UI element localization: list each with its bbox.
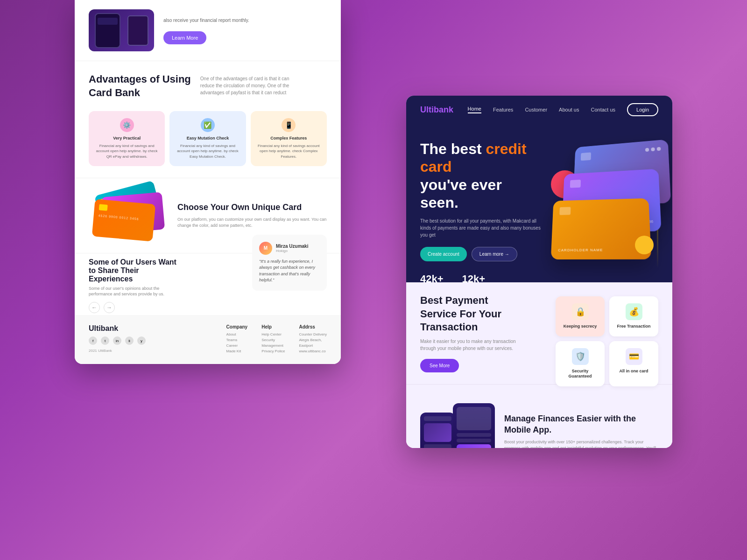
prev-arrow[interactable]: ←	[89, 302, 100, 313]
left-panel: also receive your financial report month…	[75, 0, 341, 364]
hero-subtitle: The best solution for all your payments,…	[420, 217, 542, 238]
linkedin-icon[interactable]: li	[125, 336, 134, 345]
nav-logo: Ultibank	[420, 105, 453, 115]
footer-link-website[interactable]: www.ultibanc.co	[299, 349, 327, 353]
next-arrow[interactable]: →	[104, 302, 115, 313]
footer-link-privacy[interactable]: Privacy Police	[261, 349, 285, 353]
footer-link-helpcenter[interactable]: Help Center	[261, 332, 285, 336]
adv-card-practical: ⚙️ Very Practical Financial any kind of …	[89, 111, 165, 166]
footer-link-teams[interactable]: Teams	[226, 338, 248, 342]
see-more-button[interactable]: See More	[420, 359, 459, 372]
hero-buttons: Create account Learn more →	[420, 247, 542, 261]
footer-logo: Ultibank	[89, 324, 212, 333]
youtube-icon[interactable]: y	[137, 336, 146, 345]
hc-top-1	[581, 147, 661, 161]
card-number-3: 4526 9900 0012 3456	[98, 214, 149, 222]
learn-more-button[interactable]: Learn More	[163, 31, 206, 44]
practical-title: Very Practical	[94, 136, 159, 140]
testimonial-info: Mirza Uzumaki Hokigo	[276, 244, 308, 253]
unique-title: Choose Your Own Unique Card	[177, 202, 327, 213]
cards-visual: 4526 8900 1234 5678 5588 1234 5678 9000 …	[89, 188, 168, 244]
free-transaction-label: Free Transaction	[615, 324, 653, 329]
credit-card-orange: 4526 9900 0012 3456	[92, 199, 155, 241]
feature-free-transaction: 💰 Free Transaction	[609, 296, 658, 336]
mutation-desc: Financial any kind of savings and accoun…	[175, 143, 240, 159]
footer-link-career[interactable]: Career	[226, 343, 248, 348]
users-title: Some of Our Users Want to Share Their Ex…	[89, 258, 182, 283]
dot1	[645, 148, 649, 152]
hc-chip-1	[581, 152, 591, 161]
nav-link-home[interactable]: Home	[468, 106, 481, 113]
hero-cards-visual: 4526 2361 5476 7658 JAMES APPLESEED 34/3…	[551, 133, 672, 273]
hc-top-3	[559, 205, 642, 215]
footer-col-company: Company About Teams Career Made Kit	[226, 324, 248, 355]
top-description-area: also receive your financial report month…	[163, 17, 249, 44]
login-button[interactable]: Login	[627, 103, 658, 116]
practical-icon: ⚙️	[120, 118, 134, 132]
top-desc-text: also receive your financial report month…	[163, 17, 249, 24]
stat-number-1: 42k+	[420, 273, 444, 282]
mobile-phones-visual	[420, 399, 495, 448]
mobile-desc: Boost your productivity with over 150+ p…	[504, 439, 658, 448]
testimonial-name: Mirza Uzumaki	[276, 244, 308, 249]
footer-link-management[interactable]: Management	[261, 343, 285, 348]
facebook-icon[interactable]: f	[89, 336, 97, 345]
address-col-title: Addrss	[299, 324, 327, 329]
keeping-secrecy-label: Keeping secrecy	[561, 324, 599, 329]
social-icons: f t in li y	[89, 336, 212, 345]
mobile-text: Manage Finances Easier with the Mobile A…	[504, 413, 658, 448]
phone-inner2	[127, 15, 148, 46]
instagram-icon[interactable]: in	[113, 336, 121, 345]
free-transaction-icon: 💰	[626, 303, 642, 320]
footer-link-courier[interactable]: Counter Delivery	[299, 332, 327, 336]
screen-row-2	[424, 444, 451, 448]
left-footer: Ultibank f t in li y 2021 UltiBank Compa…	[75, 315, 341, 364]
twitter-icon[interactable]: t	[101, 336, 109, 345]
testimonial-text: "It's a really fun experience, I always …	[259, 259, 320, 284]
feature-security-guaranteed: 🛡️ Security Guaranteed	[556, 341, 605, 386]
create-account-button[interactable]: Create account	[420, 247, 467, 261]
mutation-title: Easy Mutation Check	[175, 136, 240, 140]
hc-top-2	[570, 176, 652, 188]
advantages-text: Advantages of Using Card Bank	[89, 73, 191, 102]
footer-link-security[interactable]: Security	[261, 338, 285, 342]
help-col-title: Help	[261, 324, 285, 329]
top-section: also receive your financial report month…	[75, 0, 341, 61]
nav-link-features[interactable]: Features	[493, 107, 513, 112]
advantages-desc: One of the advantages of card is that it…	[200, 75, 294, 96]
testimonial-card: M Mirza Uzumaki Hokigo "It's a really fu…	[252, 235, 327, 291]
hc-holder: CARDHOLDER NAME	[558, 248, 603, 252]
stat-number-2: 12k+	[462, 273, 486, 282]
feature-keeping-secrecy: 🔒 Keeping secrecy	[556, 296, 605, 336]
footer-link-about[interactable]: About	[226, 332, 248, 336]
yellow-circle-deco	[635, 236, 654, 254]
testimonial-header: M Mirza Uzumaki Hokigo	[259, 242, 320, 255]
hc-dots-1	[645, 147, 661, 152]
footer-link-madekit[interactable]: Made Kit	[226, 349, 248, 353]
hc-chip-2	[570, 180, 581, 188]
footer-link-eastport[interactable]: Eastport	[299, 343, 327, 348]
dot3	[657, 147, 661, 151]
screen-btn	[457, 444, 491, 448]
phone-screen-2	[453, 403, 495, 448]
complex-icon: 📱	[282, 118, 296, 132]
hero-title: The best credit card you've ever seen.	[420, 140, 542, 212]
dot2	[651, 147, 655, 152]
nav-link-about[interactable]: About us	[559, 107, 579, 112]
advantages-section: Advantages of Using Card Bank One of the…	[75, 61, 341, 178]
payment-desc: Make it easier for you to make any trans…	[420, 338, 532, 352]
phone-mockup-visual	[89, 9, 154, 51]
learn-more-button-hero[interactable]: Learn more →	[472, 247, 517, 261]
payment-section: Best Payment Service For Your Transactio…	[406, 282, 672, 384]
all-in-one-label: All in one card	[615, 369, 653, 374]
hero-text: The best credit card you've ever seen. T…	[420, 140, 542, 282]
hero-stats: 42k+ Happy Active User 12k+ Years Experi…	[420, 273, 542, 282]
phone-screen-1	[420, 413, 455, 448]
footer-col-help: Help Help Center Security Management Pri…	[261, 324, 285, 355]
nav-link-customer[interactable]: Customer	[525, 107, 547, 112]
footer-link-beach[interactable]: Alegis Beach,	[299, 338, 327, 342]
nav-link-contact[interactable]: Contact us	[591, 107, 615, 112]
company-col-title: Company	[226, 324, 248, 329]
payment-title: Best Payment Service For Your Transactio…	[420, 294, 514, 334]
footer-brand: Ultibank f t in li y 2021 UltiBank	[89, 324, 212, 355]
